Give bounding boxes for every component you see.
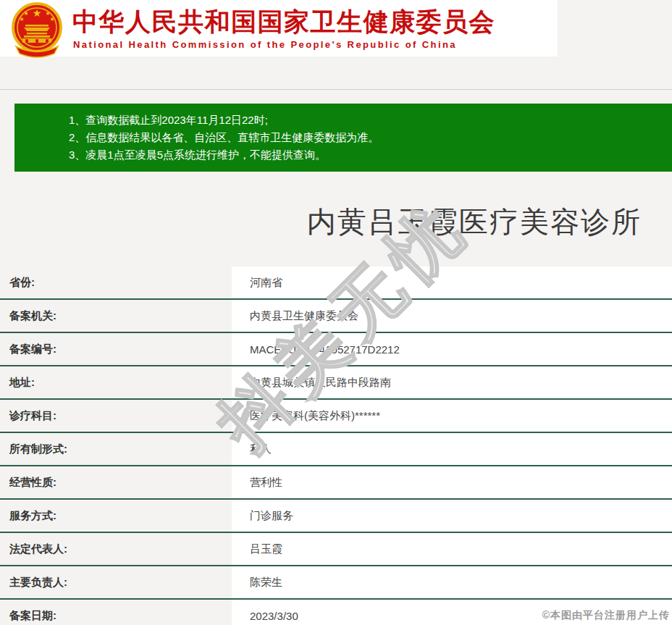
field-label: 省份: (0, 267, 232, 298)
field-value: 河南省 (232, 267, 672, 298)
table-row: 所有制形式:私人 (0, 433, 672, 466)
field-label: 备案机关: (0, 300, 232, 332)
field-value: 吕玉霞 (232, 533, 672, 565)
field-label: 所有制形式: (0, 433, 232, 465)
table-row: 主要负责人:陈荣生 (0, 566, 672, 600)
svg-text:★: ★ (49, 16, 54, 22)
field-value: MACEPUP0-941052717D2212 (232, 333, 672, 365)
svg-text:★: ★ (33, 7, 42, 19)
field-label: 备案编号: (0, 333, 232, 365)
site-title-english: National Health Commission of the People… (73, 39, 457, 50)
table-row: 服务方式:门诊服务 (0, 500, 672, 533)
field-label: 备案日期: (0, 600, 232, 625)
field-value: 医疗美容科(美容外科)****** (232, 400, 672, 432)
field-label: 经营性质: (0, 466, 232, 498)
field-value: 2023/3/30 (232, 600, 672, 625)
notice-line: 1、查询数据截止到2023年11月12日22时; (69, 112, 666, 129)
field-label: 法定代表人: (0, 533, 232, 565)
field-value: 陈荣生 (232, 566, 672, 598)
table-row: 备案日期:2023/3/30 (0, 600, 672, 625)
field-value: 私人 (232, 433, 672, 465)
institution-name-title: 内黄吕玉霞医疗美容诊所 (0, 202, 672, 242)
field-label: 地址: (0, 366, 232, 398)
table-row: 地址:内黄县城关镇人民路中段路南 (0, 366, 672, 400)
table-row: 诊疗科目:医疗美容科(美容外科)****** (0, 400, 672, 433)
field-label: 服务方式: (0, 500, 232, 532)
field-label: 诊疗科目: (0, 400, 232, 432)
field-value: 门诊服务 (232, 500, 672, 532)
national-emblem-icon: ★ ★ ★ ★ ★ (4, 1, 70, 58)
site-header: ★ ★ ★ ★ ★ 中华人民共和国国家卫生健康委员会 National Heal… (0, 0, 558, 56)
notice-banner: 1、查询数据截止到2023年11月12日22时; 2、信息数据结果以各省、自治区… (14, 104, 672, 172)
field-value: 内黄县卫生健康委员会 (232, 300, 672, 332)
table-row: 法定代表人:吕玉霞 (0, 533, 672, 566)
header-divider-line (0, 89, 672, 90)
notice-line: 2、信息数据结果以各省、自治区、直辖市卫生健康委数据为准。 (69, 129, 666, 146)
site-title-chinese: 中华人民共和国国家卫生健康委员会 (72, 5, 495, 39)
table-row: 备案编号:MACEPUP0-941052717D2212 (0, 333, 672, 366)
notice-line: 3、凌晨1点至凌晨5点系统进行维护，不能提供查询。 (69, 146, 666, 164)
field-label: 主要负责人: (0, 566, 232, 598)
table-row: 省份:河南省 (0, 267, 672, 300)
table-row: 备案机关:内黄县卫生健康委员会 (0, 300, 672, 333)
field-value: 内黄县城关镇人民路中段路南 (232, 366, 672, 398)
svg-text:★: ★ (19, 16, 24, 22)
result-table: 省份:河南省备案机关:内黄县卫生健康委员会备案编号:MACEPUP0-94105… (0, 267, 672, 625)
table-row: 经营性质:营利性 (0, 466, 672, 500)
field-value: 营利性 (232, 466, 672, 498)
